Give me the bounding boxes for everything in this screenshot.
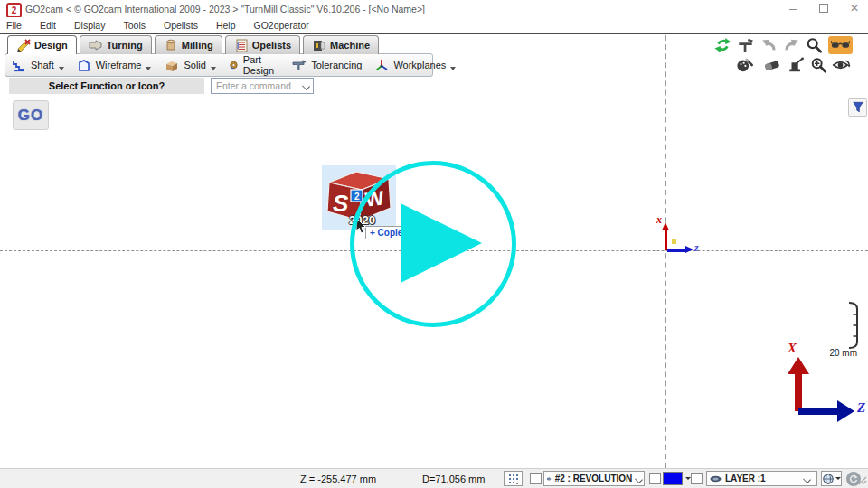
- chevron-down-icon: [303, 82, 310, 89]
- machine-icon: [312, 38, 326, 52]
- render-button[interactable]: [735, 56, 755, 74]
- zoom-button[interactable]: [804, 36, 824, 54]
- tab-design[interactable]: Design: [7, 35, 77, 54]
- ribbon-wireframe-button[interactable]: Wireframe: [71, 54, 158, 76]
- magic-hat-icon: [787, 57, 805, 73]
- minimize-button[interactable]: [781, 2, 805, 15]
- filter-funnel-icon: [852, 101, 864, 114]
- corner-x-arrow-shaft: [795, 373, 802, 411]
- tab-turning[interactable]: Turning: [80, 35, 152, 54]
- color-checkbox[interactable]: [649, 473, 661, 484]
- erase-button[interactable]: [762, 56, 782, 74]
- menu-tools[interactable]: Tools: [123, 20, 146, 31]
- redo-icon: [783, 37, 800, 53]
- ribbon-solid-button[interactable]: Solid: [157, 54, 222, 76]
- scale-bracket-icon: [841, 300, 864, 352]
- app-logo-icon: 2: [6, 3, 22, 18]
- refresh-view-button[interactable]: [831, 56, 851, 74]
- tolerancing-caliper-icon: [291, 59, 307, 72]
- sync-circle-icon: [849, 474, 858, 483]
- command-combobox[interactable]: Enter a command: [211, 78, 314, 94]
- corner-z-arrow-shaft: [798, 408, 838, 415]
- zoom-target-button[interactable]: [808, 56, 828, 74]
- workplanes-icon: [374, 58, 389, 72]
- wireframe-icon: [77, 59, 91, 72]
- ribbon-label: Wireframe: [96, 60, 142, 70]
- grid-icon: [508, 474, 519, 484]
- ribbon-label: Tolerancing: [311, 60, 362, 70]
- corner-z-arrow-icon: [837, 400, 854, 422]
- shaft-icon: [12, 59, 26, 72]
- go-logo-button[interactable]: GO: [13, 100, 49, 130]
- ribbon-label: Shaft: [31, 60, 54, 70]
- view-options-button[interactable]: [821, 471, 842, 486]
- origin-x-arrow-shaft: [665, 230, 667, 250]
- window-title: GO2cam < © GO2cam International 2009 - 2…: [25, 4, 425, 14]
- prompt-label: Select Function or Icon?: [49, 80, 165, 91]
- design-ribbon: Shaft Wireframe Solid: [5, 53, 433, 77]
- layer-lens-icon: [710, 474, 722, 483]
- tab-label: Opelists: [252, 40, 291, 51]
- chevron-down-icon: [450, 67, 456, 70]
- eye-refresh-icon: [832, 58, 851, 72]
- close-button[interactable]: ✕: [843, 2, 866, 15]
- ribbon-part-design-button[interactable]: Part Design: [222, 54, 285, 76]
- ribbon-label: Part Design: [243, 54, 278, 76]
- view-mode-button[interactable]: [828, 36, 853, 54]
- tab-opelists[interactable]: Opelists: [225, 35, 300, 54]
- origin-point-marker: [672, 239, 676, 244]
- part-design-icon: [229, 58, 239, 72]
- play-icon[interactable]: [401, 203, 482, 283]
- spindle-checkbox[interactable]: [530, 473, 542, 484]
- redo-button[interactable]: [781, 36, 801, 54]
- menu-go2operator[interactable]: GO2operator: [254, 20, 309, 31]
- origin-x-label: x: [656, 213, 662, 227]
- layer-select[interactable]: LAYER :1: [706, 471, 817, 486]
- chevron-down-icon: [146, 67, 151, 70]
- grid-toggle-button[interactable]: [504, 471, 523, 486]
- spindle-select[interactable]: #2 : REVOLUTION: [543, 471, 645, 486]
- solid-icon: [164, 59, 179, 72]
- chevron-down-icon: [59, 67, 64, 70]
- module-tabs: Design Turning Milling: [7, 35, 379, 54]
- tab-label: Milling: [182, 40, 213, 51]
- title-bar: 2 GO2cam < © GO2cam International 2009 -…: [0, 0, 868, 17]
- menu-file[interactable]: File: [6, 20, 22, 31]
- ribbon-label: Workplanes: [393, 60, 446, 70]
- layer-checkbox[interactable]: [691, 473, 703, 484]
- undo-button[interactable]: [759, 36, 778, 54]
- eraser-icon: [763, 57, 781, 73]
- filter-button[interactable]: [848, 98, 867, 117]
- turning-chuck-icon: [89, 38, 103, 52]
- ribbon-workplanes-button[interactable]: Workplanes: [368, 54, 462, 76]
- origin-z-arrow-shaft: [667, 249, 686, 252]
- menu-opelists[interactable]: Opelists: [164, 20, 198, 31]
- origin-z-arrow-icon: [685, 246, 693, 253]
- ribbon-tolerancing-button[interactable]: Tolerancing: [285, 54, 368, 76]
- resize-grip[interactable]: [858, 476, 867, 485]
- regenerate-icon: [714, 37, 731, 53]
- menu-edit[interactable]: Edit: [40, 20, 56, 31]
- drawing-canvas[interactable]: Design Turning Milling: [0, 35, 868, 468]
- menu-help[interactable]: Help: [216, 20, 236, 31]
- menu-display[interactable]: Display: [74, 20, 105, 31]
- undo-icon: [760, 37, 778, 53]
- tab-milling[interactable]: Milling: [155, 35, 222, 54]
- color-swatch[interactable]: [663, 472, 683, 485]
- magic-tools-button[interactable]: [786, 56, 806, 74]
- corner-x-arrow-icon: [788, 357, 809, 374]
- spindle-chuck-icon: [547, 474, 552, 484]
- origin-z-label: z: [694, 241, 699, 255]
- tab-machine[interactable]: Machine: [303, 35, 379, 54]
- chevron-down-icon: [804, 475, 811, 483]
- palette-brush-icon: [736, 57, 754, 73]
- maximize-button[interactable]: [812, 2, 835, 15]
- chevron-down-icon: [211, 67, 216, 70]
- ribbon-shaft-button[interactable]: Shaft: [5, 54, 71, 76]
- tab-label: Machine: [330, 40, 370, 51]
- measure-button[interactable]: [735, 36, 755, 54]
- go2cam-window: 2 GO2cam < © GO2cam International 2009 -…: [0, 0, 868, 488]
- corner-x-label: X: [788, 341, 797, 356]
- axis-guideline-vertical: [665, 35, 666, 468]
- regenerate-button[interactable]: [712, 36, 732, 54]
